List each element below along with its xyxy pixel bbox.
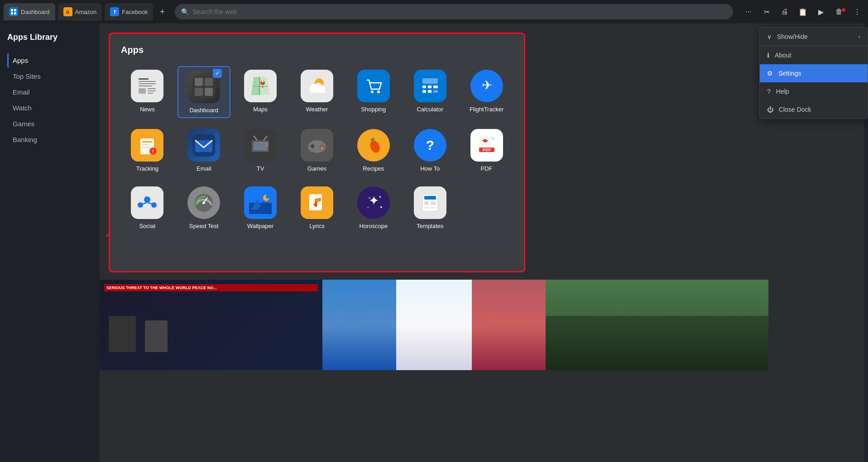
svg-point-36 [377,90,380,93]
print-button[interactable]: 🖨 [777,5,792,19]
dashboard-checkmark: ✓ [213,69,222,78]
clipboard-button[interactable]: 📋 [796,5,810,19]
flighttracker-icon: ✈ [470,70,503,102]
email-label: Email [197,165,211,172]
templates-icon [414,186,446,219]
svg-rect-14 [148,93,153,94]
gear-icon: ⚙ [767,70,773,77]
apps-panel-title: Apps [121,45,513,55]
svg-point-63 [267,145,268,146]
svg-rect-9 [139,83,156,84]
weather-icon [301,70,333,102]
sidebar-item-games[interactable]: Games [7,116,92,131]
new-tab-button[interactable]: + [156,5,168,18]
help-icon: ? [767,88,771,95]
app-item-weather[interactable]: Weather [291,66,344,118]
svg-rect-10 [139,86,152,86]
news-strip: SERIOUS THREAT TO THE WHOLE WORLD PEACE … [100,280,768,370]
search-input[interactable] [192,8,727,15]
app-item-tracking[interactable]: ! Tracking [121,125,174,176]
app-item-lyrics[interactable]: Lyrics [291,183,344,233]
tab-amazon[interactable]: a Amazon [58,3,102,20]
app-item-wallpaper[interactable]: Wallpaper [234,183,287,233]
flighttracker-label: FlightTracker [470,106,504,113]
svg-rect-110 [424,201,429,205]
svg-point-82 [144,196,150,203]
svg-point-69 [319,146,321,148]
svg-rect-16 [195,78,203,86]
dropdown-close-dock[interactable]: ⏻ Close Dock [760,100,868,119]
dropdown-help[interactable]: ? Help [760,82,868,100]
amazon-favicon: a [63,7,72,16]
more-button[interactable]: ··· [741,5,756,19]
templates-label: Templates [417,223,443,229]
news-thumb-3[interactable] [546,280,768,370]
scissors-button[interactable]: ✂ [759,5,774,19]
dashboard-favicon [9,7,18,16]
tab-dashboard[interactable]: Dashboard [4,3,55,20]
dropdown-about[interactable]: ℹ About [760,46,868,64]
app-item-flighttracker[interactable]: ✈ FlightTracker [460,66,513,118]
pdf-icon: PDF [470,129,503,162]
sidebar-item-apps[interactable]: Apps [7,53,92,68]
sidebar-item-email[interactable]: Email [7,85,92,100]
app-item-recipes[interactable]: Recipes [347,125,400,176]
svg-rect-1 [14,9,16,11]
app-item-calculator[interactable]: Calculator [403,66,456,118]
svg-point-70 [322,146,325,148]
social-icon [131,186,163,219]
games-label: Games [307,165,326,172]
news-thumb-1[interactable]: SERIOUS THREAT TO THE WHOLE WORLD PEACE … [100,280,322,370]
power-icon: ⏻ [767,106,773,113]
weather-label: Weather [306,106,328,113]
settings-menu-button[interactable]: ⋮ [850,5,864,19]
app-item-howto[interactable]: ? How To [403,125,456,176]
app-item-dashboard[interactable]: ✓ Dashboard [177,66,230,118]
app-item-news[interactable]: News [121,66,174,118]
app-item-shopping[interactable]: Shopping [347,66,400,118]
news-thumb-2[interactable] [322,280,545,370]
app-item-social[interactable]: Social [121,183,174,233]
lyrics-label: Lyrics [309,223,324,229]
chevron-right-icon: › [858,33,860,40]
tab-facebook[interactable]: f Facebook [105,3,153,20]
email-icon [187,129,220,162]
news-icon [131,70,163,102]
play-button[interactable]: ▶ [814,5,828,19]
browser-bar: Dashboard a Amazon f Facebook + 🔍 ··· ✂ … [0,0,868,24]
sidebar: Apps Library Apps Top Sites Email Watch … [0,24,100,462]
svg-rect-23 [253,86,268,87]
svg-rect-67 [312,144,313,148]
svg-text:PDF: PDF [483,148,491,152]
tab-facebook-label: Facebook [122,9,148,15]
social-label: Social [139,223,155,229]
app-item-horoscope[interactable]: ✦ ✧ ✦ ✧ ✦ Horoscope [347,183,400,233]
app-item-maps[interactable]: Maps [234,66,287,118]
sidebar-item-banking[interactable]: Banking [7,132,92,147]
sidebar-item-watch[interactable]: Watch [7,100,92,115]
wallpaper-icon [244,186,277,219]
shopping-icon [357,70,390,102]
dropdown-show-hide[interactable]: ∨ Show/Hide › [760,28,868,46]
pdf-label: PDF [481,165,493,172]
sidebar-item-topsites[interactable]: Top Sites [7,69,92,84]
app-item-speedtest[interactable]: Speed Test [177,183,230,233]
app-item-tv[interactable]: TV [234,125,287,176]
facebook-favicon: f [110,7,119,16]
app-item-pdf[interactable]: PDF PDF [460,125,513,176]
svg-rect-61 [254,143,267,150]
svg-rect-2 [11,12,13,14]
dropdown-settings[interactable]: ⚙ Settings [760,64,868,82]
lyrics-icon [301,186,333,219]
svg-point-100 [315,204,317,207]
app-item-templates[interactable]: Templates [403,183,456,233]
app-item-games[interactable]: Games [291,125,344,176]
info-icon: ℹ [767,52,769,59]
svg-text:✦: ✦ [379,195,382,199]
trash-button[interactable]: 🗑 [832,5,846,19]
svg-rect-44 [433,90,438,93]
svg-text:?: ? [426,138,434,152]
games-icon [301,129,333,162]
calculator-icon [414,70,446,102]
app-item-email[interactable]: Email [177,125,230,176]
